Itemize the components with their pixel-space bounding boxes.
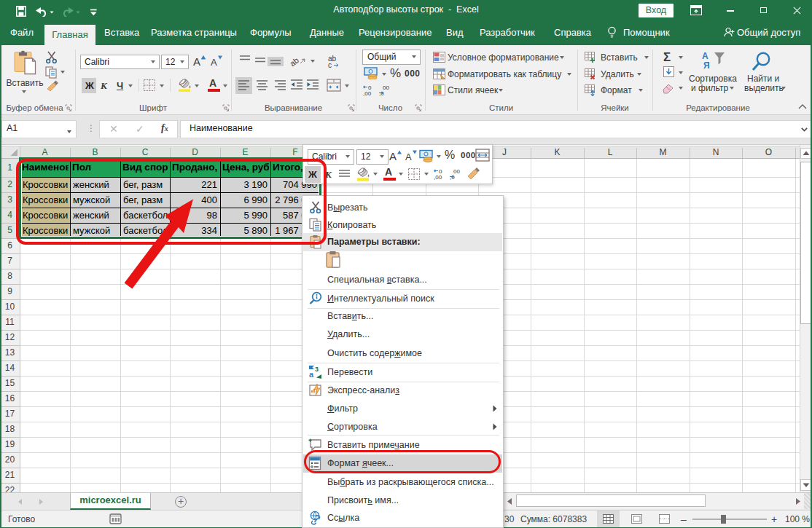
svg-text:c: c — [328, 61, 332, 68]
svg-text:ab: ab — [290, 55, 300, 68]
svg-text:,00: ,00 — [434, 174, 442, 181]
svg-text:а: а — [309, 370, 314, 379]
svg-text:з: з — [315, 365, 319, 373]
svg-text:Я: Я — [703, 60, 710, 71]
svg-text:А: А — [702, 51, 708, 61]
svg-text:,00: ,00 — [363, 90, 372, 96]
